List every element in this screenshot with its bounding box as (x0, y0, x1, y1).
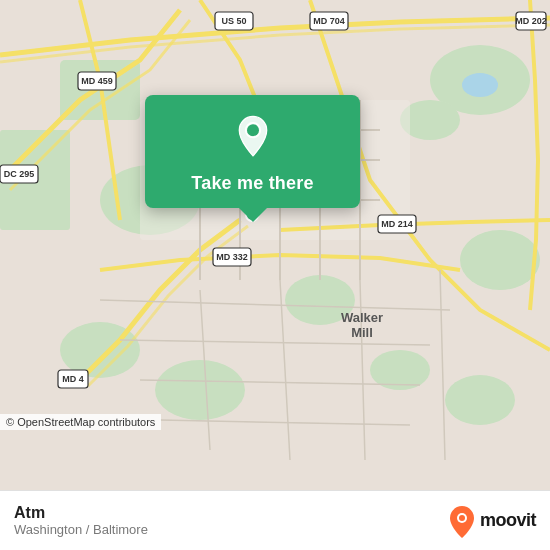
svg-text:MD 202: MD 202 (515, 16, 547, 26)
svg-text:US 50: US 50 (221, 16, 246, 26)
take-me-there-popup[interactable]: Take me there (145, 95, 360, 208)
moovit-pin-icon (448, 504, 476, 538)
moovit-logo-text: moovit (480, 510, 536, 531)
location-subtitle: Washington / Baltimore (14, 522, 148, 537)
svg-point-6 (155, 360, 245, 420)
popup-pin-icon (229, 113, 277, 161)
svg-point-38 (459, 515, 465, 521)
svg-text:DC 295: DC 295 (4, 169, 35, 179)
svg-point-35 (247, 124, 259, 136)
svg-text:Walker: Walker (341, 310, 383, 325)
svg-text:MD 459: MD 459 (81, 76, 113, 86)
location-info: Atm Washington / Baltimore (14, 504, 148, 537)
moovit-logo: moovit (448, 504, 536, 538)
bottom-bar: Atm Washington / Baltimore moovit (0, 490, 550, 550)
svg-text:MD 4: MD 4 (62, 374, 84, 384)
attribution-text: © OpenStreetMap contributors (6, 416, 155, 428)
svg-point-12 (462, 73, 498, 97)
svg-point-4 (460, 230, 540, 290)
map-attribution: © OpenStreetMap contributors (0, 414, 161, 430)
svg-text:MD 332: MD 332 (216, 252, 248, 262)
svg-text:Mill: Mill (351, 325, 373, 340)
svg-point-10 (445, 375, 515, 425)
map-container: US 50 MD 459 DC 295 MD 704 MD 704 MD 332… (0, 0, 550, 490)
svg-text:MD 704: MD 704 (313, 16, 345, 26)
take-me-there-label: Take me there (191, 173, 313, 194)
location-title: Atm (14, 504, 148, 522)
svg-text:MD 214: MD 214 (381, 219, 413, 229)
